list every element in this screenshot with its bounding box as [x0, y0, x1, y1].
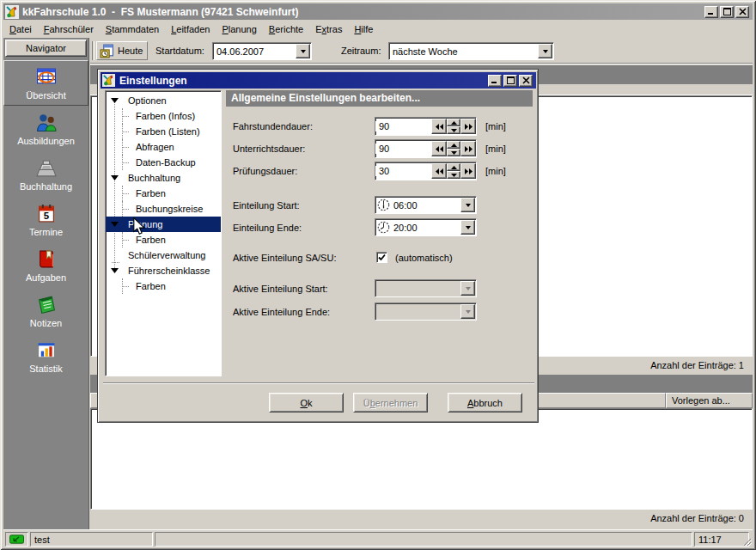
- fahrstundendauer-step-min-button[interactable]: [431, 119, 447, 134]
- resize-grip[interactable]: [741, 535, 752, 547]
- menu-item-leitfaden[interactable]: Leitfaden: [165, 21, 216, 37]
- menu-bar: DateiFahrschülerStammdatenLeitfadenPlanu…: [3, 21, 753, 38]
- aktive-einteilung-sasu-note: (automatisch): [395, 253, 453, 263]
- zeitraum-dropdown-button[interactable]: [538, 44, 552, 58]
- pruefungsdauer-step-min-button[interactable]: [431, 163, 447, 179]
- chevron-down-icon: [466, 287, 471, 293]
- pruefungsdauer-step-max-button[interactable]: [460, 163, 476, 179]
- tree-item-optionen[interactable]: Optionen: [106, 93, 221, 108]
- einteilung-ende-combo[interactable]: 20:00: [375, 218, 477, 236]
- startdatum-value: 04.06.2007: [213, 46, 296, 57]
- dialog-close-button[interactable]: [519, 75, 533, 87]
- sidebar-item-aufgaben[interactable]: Aufgaben: [3, 242, 88, 288]
- fahrstundendauer-up-button[interactable]: [447, 119, 460, 126]
- aktive-einteilung-start-combo: [375, 279, 477, 297]
- tree-item-farben-listen[interactable]: Farben (Listen): [106, 124, 221, 139]
- pruefungsdauer-field[interactable]: [375, 166, 431, 176]
- abbruch-button[interactable]: Abbruch: [448, 393, 522, 412]
- tree-item-farben[interactable]: Farben: [106, 278, 221, 294]
- tree-item-buchungskreise[interactable]: Buchungskreise: [106, 201, 221, 217]
- tree-item-fuhrerscheinklasse[interactable]: Führerscheinklasse: [106, 263, 221, 278]
- einteilung-start-value: 06:00: [390, 200, 460, 211]
- dialog-minimize-button[interactable]: [488, 75, 502, 87]
- tree-item-abfragen[interactable]: Abfragen: [106, 139, 221, 155]
- list-area-bottom[interactable]: [90, 408, 753, 510]
- uebernehmen-button[interactable]: Übernehmen: [353, 393, 428, 412]
- einteilung-start-dropdown-button[interactable]: [460, 198, 475, 212]
- tree-item-schulerverwaltung[interactable]: Schülerverwaltung: [106, 248, 221, 263]
- einstellungen-dialog: Einstellungen OptionenFarben (Infos)Farb…: [97, 69, 539, 423]
- einteilung-start-combo[interactable]: 06:00: [375, 196, 477, 214]
- sidebar-item-buchhaltung[interactable]: Buchhaltung: [3, 151, 88, 197]
- fahrstundendauer-down-button[interactable]: [447, 126, 460, 134]
- menu-item-stammdaten[interactable]: Stammdaten: [100, 21, 165, 37]
- tree-item-buchhaltung[interactable]: Buchhaltung: [106, 170, 221, 186]
- tree-rows: OptionenFarben (Infos)Farben (Listen)Abf…: [106, 91, 221, 294]
- unterrichtsdauer-up-button[interactable]: [447, 141, 460, 149]
- tree-item-daten-backup[interactable]: Daten-Backup: [106, 155, 221, 170]
- tree-item-label: Farben: [136, 188, 166, 199]
- menu-item-planung[interactable]: Planung: [216, 21, 262, 37]
- tree-connector: [116, 124, 131, 139]
- clock-icon: [377, 221, 390, 234]
- tree-item-farben[interactable]: Farben: [106, 186, 221, 201]
- navigator-items: ÜbersichtAusbildungenBuchhaltung5Termine…: [3, 60, 88, 379]
- unterrichtsdauer-unit: [min]: [485, 144, 506, 154]
- pruefungsdauer-down-button[interactable]: [447, 171, 460, 179]
- sidebar-item-notizen[interactable]: Notizen: [3, 288, 88, 333]
- unterrichtsdauer-step-min-button[interactable]: [431, 141, 447, 156]
- menu-item-datei[interactable]: Datei: [3, 21, 38, 37]
- einteilung-ende-value: 20:00: [390, 223, 460, 233]
- tree-connector: [116, 232, 131, 248]
- tree-expander-icon[interactable]: [109, 268, 120, 273]
- sidebar-item-ubersicht[interactable]: Übersicht: [3, 60, 88, 106]
- unterrichtsdauer-field[interactable]: [375, 144, 431, 154]
- startdatum-combo[interactable]: 04.06.2007: [212, 42, 312, 60]
- close-button[interactable]: [735, 6, 749, 18]
- maximize-button[interactable]: [720, 6, 734, 18]
- tree-item-farben-infos[interactable]: Farben (Infos): [106, 108, 221, 124]
- menu-item-berichte[interactable]: Berichte: [263, 21, 309, 37]
- tree-item-label: Farben: [136, 281, 166, 291]
- unterrichtsdauer-step-max-button[interactable]: [460, 141, 476, 156]
- startdatum-dropdown-button[interactable]: [296, 44, 310, 58]
- pruefungsdauer-label: Prüfungsdauer:: [233, 166, 297, 176]
- unterrichtsdauer-updown: [447, 141, 460, 156]
- tree-expander-icon[interactable]: [109, 175, 120, 180]
- tree-connector: [116, 139, 131, 155]
- tree-expander-icon[interactable]: [109, 222, 120, 227]
- aktive-einteilung-sasu-checkbox[interactable]: [376, 252, 387, 263]
- tree-item-label: Farben (Infos): [136, 111, 195, 121]
- chevron-down-icon: [466, 226, 471, 232]
- sidebar-item-label: Buchhaltung: [20, 181, 72, 192]
- zeitraum-combo[interactable]: nächste Woche: [388, 42, 554, 60]
- navigator-header-button[interactable]: Navigator: [5, 40, 87, 57]
- tree-expander-icon[interactable]: [109, 98, 120, 103]
- tree-item-label: Führerscheinklasse: [128, 266, 210, 276]
- sidebar-item-termine[interactable]: 5Termine: [3, 197, 88, 242]
- tree-item-label: Buchhaltung: [128, 173, 180, 183]
- pruefungsdauer-up-button[interactable]: [447, 163, 460, 171]
- fahrstundendauer-step-max-button[interactable]: [460, 119, 476, 134]
- tree-item-farben[interactable]: Farben: [106, 232, 221, 248]
- unterrichtsdauer-down-button[interactable]: [447, 149, 460, 156]
- menu-item-fahrschuler[interactable]: Fahrschüler: [38, 21, 100, 37]
- minimize-button[interactable]: [704, 6, 718, 18]
- dialog-maximize-button[interactable]: [503, 75, 517, 87]
- menu-item-extras[interactable]: Extras: [309, 21, 348, 37]
- heute-button[interactable]: Heute: [96, 41, 148, 60]
- status-user: test: [34, 535, 50, 545]
- ok-button[interactable]: Ok: [269, 393, 344, 412]
- einteilung-ende-dropdown-button[interactable]: [460, 220, 475, 235]
- statistik-icon: [34, 339, 58, 361]
- unterrichtsdauer-spinbox: [375, 139, 477, 158]
- column-header-vorlegen[interactable]: Vorlegen ab...: [666, 393, 753, 408]
- menu-item-hilfe[interactable]: Hilfe: [348, 21, 379, 37]
- termine-icon: 5: [34, 202, 58, 224]
- sidebar-item-statistik[interactable]: Statistik: [3, 333, 88, 379]
- fahrstundendauer-field[interactable]: [375, 121, 431, 131]
- sidebar-item-ausbildungen[interactable]: Ausbildungen: [3, 106, 88, 151]
- heute-label: Heute: [118, 46, 143, 56]
- tree-connector: [116, 186, 131, 201]
- tree-item-planung[interactable]: Planung: [106, 217, 221, 232]
